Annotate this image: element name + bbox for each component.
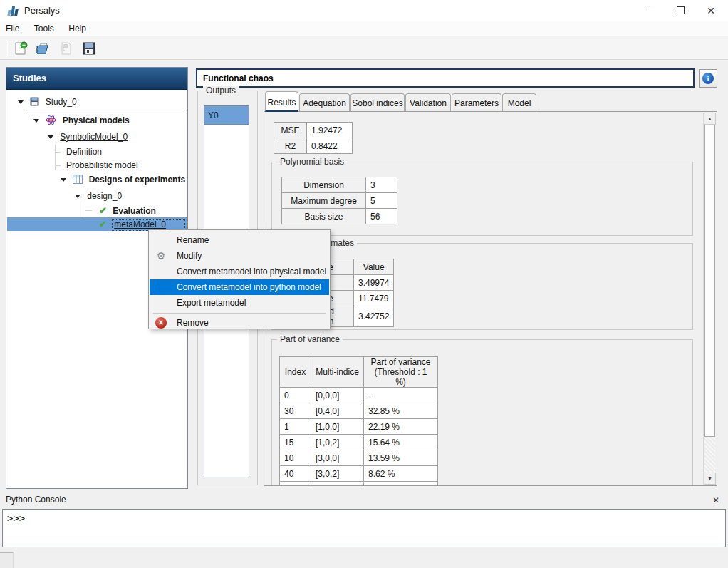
menu-separator [153,313,326,314]
menu-item-convert-physical[interactable]: Convert metamodel into physical model [150,264,329,279]
python-console-header: Python Console ✕ [0,492,728,509]
expand-arrow-icon[interactable] [48,135,53,139]
tab-results[interactable]: Results [265,91,298,112]
tree-connector [55,165,61,166]
menu-item-rename[interactable]: Rename [150,232,329,248]
window-title: Persalys [24,5,60,16]
content-scrollbar[interactable]: ▲ ▼ [703,113,715,485]
output-item-y0[interactable]: Y0 [204,106,249,125]
tab-adequation[interactable]: Adequation [299,93,350,112]
menu-item-modify[interactable]: ⚙ Modify [150,248,329,264]
tree-item-label: Evaluation [113,206,156,216]
menu-item-export-metamodel[interactable]: Export metamodel [150,295,329,311]
study-save-icon [30,97,39,106]
scroll-down-button[interactable]: ▼ [704,473,716,485]
table-row: 30 [0,4,0] 32.85 % [280,403,438,419]
gear-icon: ⚙ [155,250,167,262]
tree-item-label: Definition [66,147,102,157]
tab-validation[interactable]: Validation [405,93,451,112]
maximize-icon [677,6,685,14]
pov-value: - [364,388,438,403]
tree-item-study[interactable]: Study_0 [18,95,77,109]
tree-item-label: metaModel_0 [113,220,184,230]
tree-connector [55,152,61,153]
outputs-label: Outputs [203,86,239,95]
tree-item-label: Physical models [63,115,130,125]
pov-index: 30 [280,403,311,419]
python-console-close-icon[interactable]: ✕ [709,494,722,507]
scrollbar-track[interactable] [704,437,715,473]
open-study-button[interactable] [34,39,53,58]
tree-item-probabilistic-model[interactable]: Probabilistic model [66,159,138,172]
col-index: Index [280,357,311,388]
expand-arrow-icon[interactable] [33,119,39,123]
basis-value: 5 [366,193,397,209]
table-row: 1 [1,0,0] 22.19 % [280,419,438,435]
part-of-variance-title: Part of variance [277,334,343,344]
tab-model[interactable]: Model [502,93,536,112]
tree-item-label: Study_0 [46,97,77,107]
maximize-button[interactable] [667,0,695,21]
info-icon: i [702,73,714,84]
import-python-script-button[interactable] [57,39,76,58]
moment-value: 11.7479 [354,291,394,306]
expand-arrow-icon[interactable] [61,178,66,182]
save-study-button[interactable] [80,39,98,58]
close-button[interactable]: ✕ [697,0,725,21]
pov-index: 1 [280,419,311,435]
minimize-icon [647,11,655,11]
check-icon: ✔ [99,219,107,229]
polynomial-basis-table: Dimension 3 Maximum degree 5 Basis size … [281,177,397,224]
python-console-input[interactable]: >>> [2,509,726,547]
status-bar [0,549,728,568]
pov-index: 40 [280,466,311,482]
menu-tools[interactable]: Tools [28,21,60,36]
new-study-button[interactable] [11,39,30,58]
col-multi-indice: Multi-indice [311,357,364,388]
persalys-window: Persalys ✕ File Tools Help [0,0,728,568]
context-menu: Rename ⚙ Modify Convert metamodel into p… [148,229,331,329]
analysis-title: Functional chaos [196,68,695,88]
tree-item-label: SymbolicModel_0 [60,132,128,142]
tree-connector [55,145,56,170]
scrollbar-thumb[interactable] [704,125,715,437]
menu-item-label: Convert metamodel into python model [177,279,321,295]
python-prompt: >>> [7,512,25,524]
tree-item-symbolicmodel[interactable]: SymbolicModel_0 [48,130,128,144]
tab-parameters[interactable]: Parameters [452,93,501,112]
table-header-row: Index Multi-indice Part of variance (Thr… [280,357,438,388]
tree-item-definition[interactable]: Definition [66,145,102,159]
pov-value: 13.59 % [364,450,438,466]
basis-prop: Dimension [282,177,366,193]
pov-value: 22.19 % [364,419,438,435]
tree-item-label: Designs of experiments [89,175,185,185]
new-document-icon [13,41,28,56]
open-folder-icon [36,41,51,56]
expand-arrow-icon[interactable] [75,195,80,198]
moment-value: 3.49974 [354,275,394,291]
menu-item-remove[interactable]: ✕ Remove [150,315,329,331]
table-row: 15 [1,0,2] 15.64 % [280,435,438,450]
tree-item-evaluation[interactable]: ✔ Evaluation [99,204,156,217]
menu-item-convert-python[interactable]: Convert metamodel into python model [150,279,329,295]
menu-file[interactable]: File [0,21,25,36]
tree-item-designs-of-experiments[interactable]: Designs of experiments [61,173,185,187]
basis-value: 56 [366,209,397,224]
menu-item-label: Rename [177,232,209,248]
menu-bar: File Tools Help [0,21,728,36]
tab-sobol-indices[interactable]: Sobol indices [350,93,405,112]
error-metrics-table: MSE 1.92472 R2 0.8422 [274,122,353,154]
tree-item-design0[interactable]: design_0 [75,190,122,203]
tree-connector [85,210,92,211]
table-row: Basis size 56 [282,209,397,224]
pov-multi-indice: [3,0,2] [311,466,364,482]
menu-help[interactable]: Help [63,21,92,36]
info-button[interactable]: i [699,69,717,88]
toolbar-grip[interactable] [6,41,8,56]
tree-item-physical-models[interactable]: Physical models [33,114,130,128]
expand-arrow-icon[interactable] [18,100,24,104]
scroll-up-button[interactable]: ▲ [704,113,716,125]
table-row: Maximum degree 5 [282,193,397,209]
menu-item-label: Modify [177,248,202,264]
minimize-button[interactable] [637,0,665,21]
